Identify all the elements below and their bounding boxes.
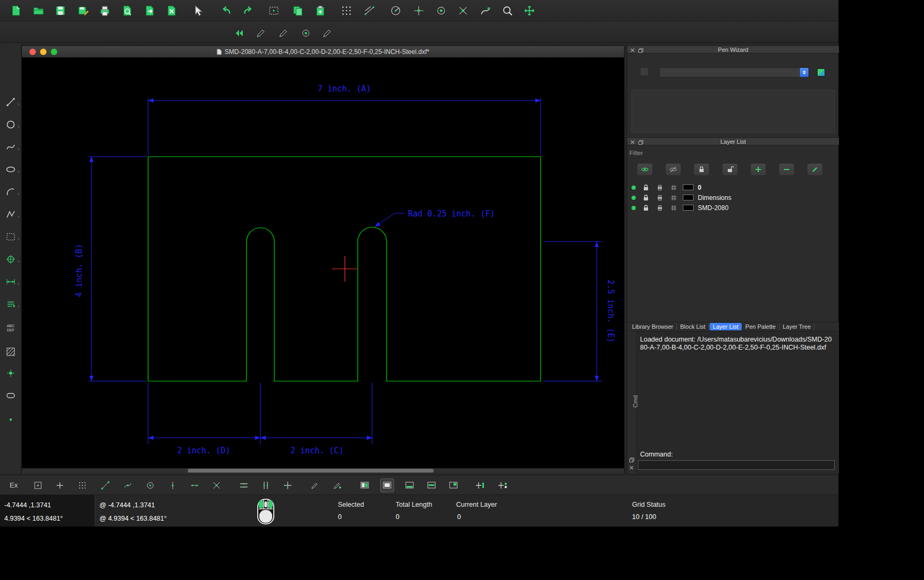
hatch-tool-button[interactable] <box>2 343 20 360</box>
command-input[interactable] <box>638 460 835 470</box>
ellipse-tool-button[interactable]: › <box>2 161 20 178</box>
layer-row[interactable]: SMD-2080 <box>627 203 839 213</box>
snap-distance-button[interactable] <box>188 478 202 492</box>
save-button[interactable] <box>51 3 70 19</box>
layer-row[interactable]: Dimensions <box>627 192 839 203</box>
restrict-orthogonal-button[interactable] <box>281 478 295 492</box>
layer-lock-icon[interactable] <box>642 184 650 191</box>
polyline-tool-button[interactable]: › <box>2 206 20 223</box>
lock-relative-zero-button[interactable] <box>330 478 344 492</box>
layer-lock-icon[interactable] <box>642 204 650 212</box>
snap-point-button[interactable] <box>410 3 428 19</box>
pen-wizard-dropdown[interactable] <box>659 67 809 78</box>
edit-layer-button[interactable] <box>807 163 823 176</box>
scrollbar-thumb[interactable] <box>188 469 434 473</box>
snap-intersection-button[interactable] <box>454 3 472 19</box>
snap-on-entity-button[interactable] <box>121 478 135 492</box>
drawing-window-titlebar[interactable]: SMD-2080-A-7,00-B-4,00-C-2,00-D-2,00-E-2… <box>22 46 624 58</box>
layer-print-icon[interactable] <box>657 195 663 201</box>
dimension-tool-button[interactable]: › <box>2 273 20 290</box>
pen-wizard-options-button[interactable] <box>640 67 649 76</box>
undo-button[interactable] <box>217 3 235 19</box>
snap-center-button[interactable] <box>143 478 157 492</box>
pointer-button[interactable] <box>189 3 207 19</box>
print-preview-button[interactable] <box>118 3 136 19</box>
point-tool-button[interactable] <box>2 365 20 382</box>
add-coordinate-button[interactable] <box>473 478 487 492</box>
lock-all-layers-button[interactable] <box>694 163 710 176</box>
layer-construction-icon[interactable] <box>671 195 677 201</box>
layer-construction-icon[interactable] <box>671 184 677 191</box>
hide-all-layers-button[interactable] <box>665 163 681 176</box>
layer-row[interactable]: 0 <box>627 182 839 192</box>
restrict-horizontal-button[interactable] <box>237 478 251 492</box>
pen-apply-button[interactable] <box>274 26 292 40</box>
select-tool-button[interactable]: › <box>2 228 20 245</box>
minimize-window-button[interactable] <box>40 49 47 55</box>
show-all-layers-button[interactable] <box>637 163 653 176</box>
node-tool-button[interactable] <box>2 411 20 428</box>
print-button[interactable] <box>96 3 114 19</box>
horizontal-scrollbar[interactable] <box>22 468 624 474</box>
line-tool-button[interactable]: › <box>2 94 20 111</box>
save-as-button[interactable] <box>74 3 92 19</box>
export-button[interactable] <box>141 3 159 19</box>
set-relative-zero-button[interactable] <box>308 478 322 492</box>
copy-button[interactable] <box>289 3 307 19</box>
tab-layer-tree[interactable]: Layer Tree <box>780 323 815 330</box>
back-button[interactable] <box>230 26 248 40</box>
zoom-window-button-traffic[interactable] <box>51 49 57 55</box>
spline-edit-button[interactable] <box>476 3 495 19</box>
layer-print-icon[interactable] <box>657 205 663 211</box>
snap-intersection-button[interactable] <box>210 478 224 492</box>
layer-visible-icon[interactable] <box>632 196 636 200</box>
zoom-window-button[interactable] <box>498 3 517 19</box>
layer-filter-input[interactable] <box>629 148 836 157</box>
add-relative-coordinate-button[interactable] <box>496 478 510 492</box>
snap-middle-button[interactable] <box>166 478 180 492</box>
close-window-button[interactable] <box>29 49 36 55</box>
unlock-all-layers-button[interactable] <box>722 163 738 176</box>
snap-grid-button[interactable] <box>53 478 67 492</box>
snap-center-button[interactable] <box>432 3 450 19</box>
tab-layer-list[interactable]: Layer List <box>710 323 742 330</box>
remove-layer-button[interactable] <box>779 163 795 176</box>
pen-wizard-color-button[interactable] <box>817 68 825 76</box>
angle-snap-button[interactable] <box>387 3 405 19</box>
draw-order-tool-button[interactable]: › <box>2 296 20 313</box>
snap-grid-points-button[interactable] <box>75 478 89 492</box>
new-file-button[interactable] <box>7 3 25 19</box>
cad-canvas[interactable]: 7 inch. (A) 4 inch. (B) 2.5 inch. (E) <box>22 58 624 468</box>
snap-target-tool-button[interactable]: › <box>2 251 20 268</box>
redo-button[interactable] <box>239 3 257 19</box>
pen-copy-button[interactable] <box>318 26 336 40</box>
layer-construction-icon[interactable] <box>671 205 677 211</box>
pen-pick-button[interactable] <box>297 26 315 40</box>
tab-pen-palette[interactable]: Pen Palette <box>742 323 780 330</box>
close-console-icon[interactable] <box>629 466 634 470</box>
layer-lock-icon[interactable] <box>642 194 650 202</box>
draw-order-raise-button[interactable] <box>425 478 438 492</box>
grid-toggle-button[interactable] <box>337 3 356 19</box>
add-layer-button[interactable] <box>750 163 766 176</box>
pan-button[interactable] <box>520 3 538 19</box>
layer-print-icon[interactable] <box>657 184 663 191</box>
layer-color-swatch[interactable] <box>683 184 694 190</box>
close-drawing-button[interactable] <box>163 3 181 19</box>
layer-visible-icon[interactable] <box>632 185 636 190</box>
arc-tool-button[interactable]: › <box>2 183 20 200</box>
draw-order-bottom-button[interactable] <box>358 478 372 492</box>
cmd-tab-strip[interactable]: Cmd <box>627 331 637 474</box>
layer-color-swatch[interactable] <box>683 205 694 211</box>
tab-library-browser[interactable]: Library Browser <box>629 323 677 330</box>
float-console-icon[interactable] <box>629 458 634 462</box>
text-tool-button[interactable]: ABC DEF <box>2 319 20 336</box>
paste-button[interactable] <box>311 3 329 19</box>
dropdown-arrow-icon[interactable] <box>800 68 808 77</box>
open-file-button[interactable] <box>29 3 48 19</box>
snap-endpoint-button[interactable] <box>98 478 112 492</box>
selection-frame-button[interactable] <box>265 3 283 19</box>
tab-block-list[interactable]: Block List <box>677 323 709 330</box>
layer-color-swatch[interactable] <box>683 195 694 200</box>
pen-edit-button[interactable] <box>252 26 270 40</box>
